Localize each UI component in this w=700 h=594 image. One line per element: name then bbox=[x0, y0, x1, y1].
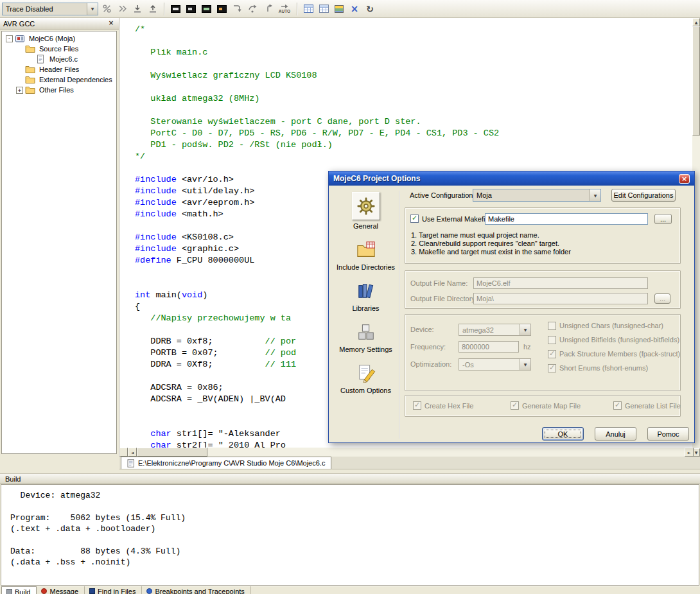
code-line: Plik main.c bbox=[135, 47, 499, 58]
scroll-left-button[interactable]: ◄ bbox=[128, 448, 137, 457]
project-tree-panel: AVR GCC × -MojeC6 (Moja)Source FilesMoje… bbox=[0, 18, 119, 457]
vertical-scroll-thumb[interactable] bbox=[692, 26, 700, 135]
output-tab-bar: BuildMessageFind in FilesBreakpoints and… bbox=[0, 586, 700, 594]
document-tab-mojec6[interactable]: E:\Elektroniczne\Programy C\AVR Studio M… bbox=[121, 457, 331, 469]
output-file-directory-input: Moja\ bbox=[473, 293, 648, 304]
horizontal-scroll-thumb[interactable] bbox=[137, 448, 207, 457]
output-file-directory-label: Output File Directory: bbox=[410, 295, 477, 302]
ok-button[interactable]: OK bbox=[542, 427, 584, 441]
output-window-icon[interactable] bbox=[332, 2, 346, 16]
pomoc-button[interactable]: Pomoc bbox=[647, 427, 689, 441]
memory-window-icon[interactable] bbox=[184, 2, 198, 16]
scroll-right-button[interactable]: ► bbox=[685, 448, 694, 457]
checkbox-generate-list-file: ✓ bbox=[613, 401, 622, 410]
options-category-general[interactable]: General bbox=[336, 192, 396, 230]
upload-from-device-icon[interactable] bbox=[146, 2, 160, 16]
tree-item-other-files[interactable]: +Other Files bbox=[2, 85, 116, 95]
check-icon: ✓ bbox=[414, 401, 420, 409]
use-external-makefile-checkbox[interactable]: ✓ bbox=[410, 214, 419, 223]
output-tab-build[interactable]: Build bbox=[1, 586, 37, 594]
active-configuration-value: Moja bbox=[477, 191, 588, 199]
dialog-titlebar[interactable]: MojeC6 Project Options × bbox=[329, 171, 694, 186]
output-tab-message[interactable]: Message bbox=[37, 586, 85, 594]
tree-item-header-files[interactable]: Header Files bbox=[2, 64, 116, 74]
output-tab-label: Message bbox=[49, 588, 78, 594]
auto-step-icon[interactable]: AUTO bbox=[276, 2, 293, 16]
document-tab-bar: E:\Elektroniczne\Programy C\AVR Studio M… bbox=[119, 457, 700, 469]
message-tab-icon bbox=[41, 588, 47, 594]
options-category-custom-options[interactable]: Custom Options bbox=[336, 362, 396, 394]
download-to-device-icon[interactable] bbox=[130, 2, 144, 16]
output-file-name-input: MojeC6.elf bbox=[473, 277, 648, 289]
close-all-windows-icon[interactable]: × bbox=[347, 2, 362, 16]
edit-configurations-button[interactable]: Edit Configurations bbox=[611, 189, 676, 202]
options-category-include-directories[interactable]: Include Directories bbox=[336, 238, 396, 271]
code-line: */ bbox=[135, 151, 499, 162]
code-line: układ atmega32 (8MHz) bbox=[135, 93, 499, 105]
browse-makefile-button[interactable]: ... bbox=[654, 214, 672, 224]
code-line: PD1 - podśw. PD2 - /RSt (nie podł.) bbox=[135, 139, 499, 151]
checkbox-label: Generate Map File bbox=[522, 402, 581, 410]
anuluj-button[interactable]: Anuluj bbox=[595, 427, 636, 441]
tree-item-mojec6-c[interactable]: Mojec6.c bbox=[2, 54, 116, 64]
check-icon: ✓ bbox=[549, 363, 555, 372]
chevron-down-icon[interactable]: ▼ bbox=[87, 3, 98, 15]
cubes-icon bbox=[354, 320, 378, 344]
refresh-settings-icon[interactable]: ↻ bbox=[363, 2, 377, 16]
editor-horizontal-scrollbar[interactable]: ◄ ► bbox=[119, 448, 694, 457]
step-into-icon[interactable] bbox=[230, 2, 244, 16]
checkbox-row: ✓Generate Map File bbox=[511, 401, 581, 410]
options-category-libraries[interactable]: Libraries bbox=[336, 279, 396, 312]
build-pane-header[interactable]: Build bbox=[0, 473, 700, 484]
chevron-down-icon: ▼ bbox=[520, 324, 530, 335]
check-icon: ✓ bbox=[615, 401, 620, 409]
tree-item-source-files[interactable]: Source Files bbox=[2, 44, 116, 54]
makefile-path-input[interactable]: Makefile bbox=[485, 213, 648, 225]
folder-icon bbox=[25, 75, 36, 84]
category-label: Libraries bbox=[336, 304, 396, 312]
project-tree[interactable]: -MojeC6 (Moja)Source FilesMojec6.cHeader… bbox=[1, 31, 117, 454]
compiler-flag-checkboxes: ✓Unsigned Chars (funsigned-char)✓Unsigne… bbox=[548, 319, 680, 375]
trace-navigate-icon[interactable] bbox=[115, 2, 129, 16]
optimization-value: -Os bbox=[462, 361, 518, 369]
close-icon[interactable]: × bbox=[107, 19, 116, 28]
optimization-combo: -Os ▼ bbox=[459, 358, 531, 371]
code-line bbox=[135, 105, 499, 116]
watch-window-icon[interactable] bbox=[317, 2, 331, 16]
io-window-icon[interactable] bbox=[214, 2, 229, 16]
step-out-icon[interactable] bbox=[261, 2, 275, 16]
check-icon: ✓ bbox=[549, 349, 555, 358]
checkbox-row: ✓Unsigned Chars (funsigned-char) bbox=[548, 319, 680, 333]
code-line: Sterowanie wyświetlaczem - port C dane, … bbox=[135, 116, 499, 128]
memory-grid-window-icon[interactable] bbox=[301, 2, 315, 16]
close-icon[interactable]: × bbox=[679, 174, 690, 184]
pane-splitter-box[interactable] bbox=[119, 448, 128, 457]
tree-item-mojec6-moja[interactable]: -MojeC6 (Moja) bbox=[2, 33, 116, 44]
register-window-icon[interactable] bbox=[199, 2, 213, 16]
tree-expand-toggle[interactable]: + bbox=[16, 87, 23, 94]
build-output-panel[interactable]: Device: atmega32 Program: 5062 bytes (15… bbox=[1, 484, 699, 586]
disassembler-window-icon[interactable] bbox=[168, 2, 182, 16]
output-tab-breakpoints[interactable]: Breakpoints and Tracepoints bbox=[142, 586, 250, 594]
category-label: Custom Options bbox=[336, 387, 396, 394]
frequency-input: 8000000 bbox=[459, 341, 519, 353]
checkbox-label: Pack Structure Members (fpack-struct) bbox=[559, 350, 680, 358]
folder-icon bbox=[25, 85, 36, 94]
scroll-up-button[interactable]: ▲ bbox=[692, 18, 700, 26]
trace-mode-combo[interactable]: Trace Disabled ▼ bbox=[2, 3, 98, 15]
chevron-down-icon[interactable]: ▼ bbox=[590, 189, 600, 201]
output-tab-find[interactable]: Find in Files bbox=[85, 586, 142, 594]
find-tab-icon bbox=[89, 588, 95, 594]
options-category-memory-settings[interactable]: Memory Settings bbox=[336, 320, 396, 353]
checkbox-generate-map-file: ✓ bbox=[511, 401, 519, 410]
project-panel-header[interactable]: AVR GCC × bbox=[0, 18, 119, 30]
checkbox-row: ✓Pack Structure Members (fpack-struct) bbox=[548, 347, 680, 361]
active-configuration-combo[interactable]: Moja ▼ bbox=[473, 189, 601, 202]
step-over-icon[interactable] bbox=[245, 2, 259, 16]
trace-window-icon[interactable] bbox=[100, 2, 114, 16]
tree-expand-toggle[interactable]: - bbox=[6, 35, 13, 42]
code-line bbox=[135, 35, 499, 47]
device-label: Device: bbox=[410, 326, 434, 333]
tree-item-external-dependencies[interactable]: External Dependencies bbox=[2, 74, 116, 85]
dialog-buttons: OKAnulujPomoc bbox=[401, 427, 689, 441]
